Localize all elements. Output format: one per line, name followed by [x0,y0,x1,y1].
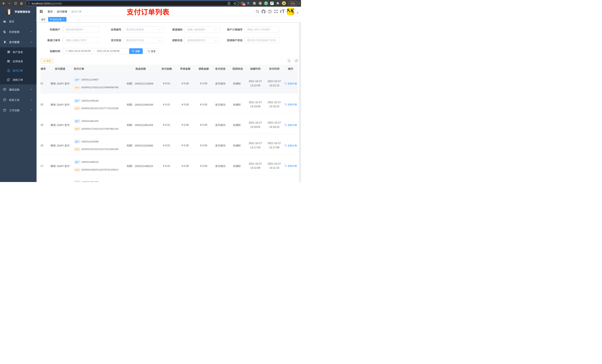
svg-text:¥: ¥ [4,40,6,44]
svg-text:¥: ¥ [8,69,9,72]
